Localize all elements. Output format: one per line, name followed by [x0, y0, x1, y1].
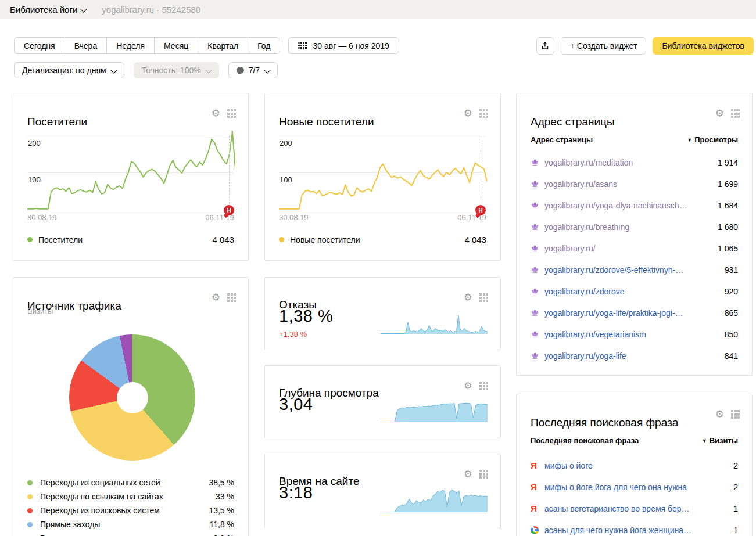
legend-total: 4 043	[212, 235, 234, 244]
comments-dropdown[interactable]: 7/7	[228, 62, 278, 78]
widget-subtitle: Визиты	[27, 307, 53, 315]
visitors-line-chart	[27, 128, 235, 210]
gear-icon[interactable]: ⚙	[715, 409, 724, 419]
search-phrase-link[interactable]: асаны для чего нужна йога женщина…	[544, 526, 691, 535]
traffic-donut-chart[interactable]	[69, 334, 195, 461]
views-value: 1 065	[712, 244, 738, 253]
chevron-down-icon	[264, 67, 270, 73]
gear-icon[interactable]: ⚙	[212, 293, 220, 303]
kpi-value: 1,38 %	[279, 307, 333, 326]
search-phrase-link[interactable]: асаны вегетарианство во время бер…	[544, 504, 689, 513]
period-week-button[interactable]: Неделя	[107, 37, 155, 54]
drag-handle-icon[interactable]	[731, 109, 740, 118]
kpi-delta: +1,38 %	[279, 330, 307, 339]
column-header-url[interactable]: Адрес страницы	[531, 135, 593, 144]
search-phrase-row: Ямифы о йоге2	[531, 455, 738, 476]
period-segmented-control: Сегодня Вчера Неделя Месяц Квартал Год	[14, 37, 280, 54]
detalization-dropdown[interactable]: Детализация: по дням	[14, 62, 124, 78]
period-today-button[interactable]: Сегодня	[14, 37, 65, 54]
drag-handle-icon[interactable]	[479, 382, 488, 390]
traffic-legend: Переходы из социальных сетей38,5 % Перех…	[27, 476, 234, 536]
views-value: 1 684	[712, 201, 738, 210]
period-month-button[interactable]: Месяц	[155, 37, 198, 54]
views-value: 850	[719, 330, 738, 339]
legend-dot	[27, 522, 33, 527]
time-sparkline	[381, 483, 488, 513]
export-button[interactable]	[536, 37, 554, 55]
comment-marker-badge[interactable]: Н	[475, 205, 486, 215]
gear-icon[interactable]: ⚙	[464, 381, 472, 391]
legend-value: 11,8 %	[209, 520, 234, 529]
column-header-views[interactable]: ▼Просмотры	[687, 135, 738, 144]
views-value: 931	[719, 265, 738, 275]
traffic-legend-row: Переходы из социальных сетей38,5 %	[27, 476, 234, 490]
period-toolbar: Сегодня Вчера Неделя Месяц Квартал Год 3…	[14, 37, 399, 55]
column-header-phrase[interactable]: Последняя поисковая фраза	[531, 436, 639, 445]
traffic-legend-row: Переходы по ссылкам на сайтах33 %	[27, 490, 234, 503]
gear-icon[interactable]: ⚙	[715, 109, 724, 118]
visits-value: 1	[728, 526, 738, 535]
search-phrase-link[interactable]: мифы о йоге	[544, 461, 593, 470]
search-phrase-link[interactable]: мифы о йоге йога для чего она нужна	[544, 483, 687, 492]
page-url-row: yogalibrary.ru/zdorove/5-effektivnyh-…93…	[531, 259, 738, 280]
page-url-link[interactable]: yogalibrary.ru/	[544, 244, 596, 253]
page-url-row: yogalibrary.ru/yoga-dlya-nachinausch…1 6…	[531, 195, 738, 216]
legend-label: Новые посетители	[290, 235, 360, 244]
site-favicon	[531, 180, 539, 188]
page-url-link[interactable]: yogalibrary.ru/yoga-life	[544, 351, 626, 361]
page-url-link[interactable]: yogalibrary.ru/yoga-life/praktika-jogi-…	[544, 308, 683, 318]
counter-selector[interactable]: Библиотека йоги	[10, 5, 86, 15]
accuracy-dropdown[interactable]: Точность: 100%	[134, 62, 219, 78]
search-phrase-row: асаны для чего нужна йога женщина…1	[531, 519, 738, 536]
drag-handle-icon[interactable]	[731, 410, 740, 419]
legend-dot	[27, 494, 33, 499]
comment-marker-badge[interactable]: Н	[224, 205, 234, 215]
drag-handle-icon[interactable]	[479, 109, 488, 118]
page-url-link[interactable]: yogalibrary.ru/breathing	[544, 222, 629, 232]
bounces-sparkline	[381, 304, 488, 334]
page-url-link[interactable]: yogalibrary.ru/zdorove	[544, 287, 624, 296]
page-url-row: yogalibrary.ru/meditation1 914	[531, 152, 738, 173]
options-toolbar: Детализация: по дням Точность: 100% 7/7	[14, 62, 278, 78]
page-url-link[interactable]: yogalibrary.ru/zdorove/5-effektivnyh-…	[544, 265, 683, 275]
drag-handle-icon[interactable]	[479, 293, 488, 302]
page-url-row: yogalibrary.ru/asans1 699	[531, 173, 738, 195]
legend-dot	[27, 480, 33, 485]
page-url-link[interactable]: yogalibrary.ru/asans	[544, 179, 617, 189]
search-phrase-row: Ямифы о йоге йога для чего она нужна2	[531, 476, 738, 498]
gear-icon[interactable]: ⚙	[464, 109, 472, 118]
column-header-visits[interactable]: ▼Визиты	[702, 436, 738, 445]
visits-value: 2	[728, 483, 738, 492]
new-visitors-widget: Новые посетители ⚙ 200 100 Н 30.08.19 06…	[264, 93, 501, 261]
period-yesterday-button[interactable]: Вчера	[65, 37, 108, 54]
depth-sparkline	[381, 393, 488, 423]
gear-icon[interactable]: ⚙	[464, 469, 472, 479]
widget-title: Посетители	[27, 116, 87, 128]
page-url-link[interactable]: yogalibrary.ru/yoga-dlya-nachinausch…	[544, 201, 687, 210]
period-quarter-button[interactable]: Квартал	[198, 37, 248, 54]
legend-value: 3,2 %	[213, 534, 234, 536]
gear-icon[interactable]: ⚙	[464, 293, 472, 303]
drag-handle-icon[interactable]	[479, 470, 488, 479]
page-url-link[interactable]: yogalibrary.ru/vegetarianism	[544, 330, 646, 339]
create-widget-button[interactable]: + Создать виджет	[561, 37, 647, 55]
period-year-button[interactable]: Год	[248, 37, 280, 54]
legend-label: Переходы из социальных сетей	[40, 478, 160, 487]
site-favicon	[531, 244, 539, 252]
visits-value: 1	[728, 504, 738, 513]
views-value: 920	[719, 287, 738, 296]
x-axis-start-date: 30.08.19	[279, 213, 309, 222]
drag-handle-icon[interactable]	[227, 109, 236, 118]
page-url-row: yogalibrary.ru/vegetarianism850	[531, 323, 738, 345]
gear-icon[interactable]: ⚙	[212, 109, 220, 118]
traffic-source-widget: Источник трафика ⚙ Визиты Переходы из со…	[13, 277, 249, 536]
kpi-value: 3:18	[279, 483, 313, 502]
drag-handle-icon[interactable]	[227, 293, 236, 302]
legend-dot	[279, 237, 284, 242]
chart-legend-row: Посетители 4 043	[27, 235, 234, 244]
site-domain-and-id: yogalibrary.ru · 55242580	[102, 5, 200, 15]
new-visitors-line-chart	[279, 128, 487, 210]
page-url-link[interactable]: yogalibrary.ru/meditation	[544, 158, 633, 167]
date-range-button[interactable]: 30 авг — 6 ноя 2019	[288, 37, 399, 54]
widget-library-button[interactable]: Библиотека виджетов	[653, 37, 754, 55]
